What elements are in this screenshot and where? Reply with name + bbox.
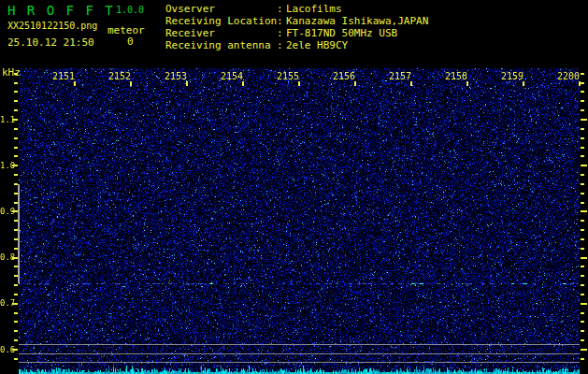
time-tick-label: 2153 bbox=[161, 71, 187, 81]
right-minor-tick bbox=[581, 183, 584, 185]
info-separator: : bbox=[277, 15, 286, 27]
right-minor-tick bbox=[581, 284, 584, 286]
right-major-tick bbox=[581, 210, 587, 212]
info-label: Receiver bbox=[165, 27, 277, 39]
right-major-tick bbox=[581, 119, 587, 121]
right-minor-tick bbox=[581, 248, 584, 250]
right-minor-tick bbox=[581, 339, 584, 341]
right-minor-tick bbox=[581, 82, 584, 84]
info-value: Kanazawa Ishikawa,JAPAN bbox=[286, 15, 428, 27]
freq-minor-tick bbox=[14, 147, 18, 149]
time-tick bbox=[579, 81, 581, 86]
time-tick bbox=[242, 81, 244, 86]
freq-minor-tick bbox=[14, 321, 18, 323]
right-minor-tick bbox=[581, 202, 584, 204]
app-version: 1.0.0 bbox=[116, 5, 144, 15]
time-tick-label: 2152 bbox=[105, 71, 131, 81]
freq-tick-label: 0.7 bbox=[0, 298, 12, 308]
time-tick bbox=[74, 81, 76, 86]
time-tick-label: 2200 bbox=[553, 71, 580, 81]
info-row: Receiver:FT-817ND 50MHz USB bbox=[165, 27, 428, 39]
freq-tick-label: 0.9 bbox=[0, 207, 12, 216]
right-minor-tick bbox=[581, 220, 584, 222]
right-minor-tick bbox=[581, 91, 584, 93]
freq-minor-tick bbox=[14, 100, 18, 102]
time-tick bbox=[523, 81, 524, 86]
info-row: Receiving antenna:2ele HB9CY bbox=[165, 39, 428, 51]
right-minor-tick bbox=[581, 275, 584, 277]
time-tick-label: 2157 bbox=[385, 71, 411, 81]
timestamp: 25.10.12 21:50 bbox=[7, 36, 94, 49]
spectrogram-plot bbox=[19, 68, 580, 374]
right-minor-tick bbox=[581, 109, 584, 111]
hrofft-window: H R O F F T 1.0.0 XX2510122150.png meteo… bbox=[0, 0, 588, 374]
right-minor-tick bbox=[581, 147, 584, 149]
info-value: 2ele HB9CY bbox=[286, 39, 348, 51]
freq-minor-tick bbox=[14, 155, 18, 157]
freq-minor-tick bbox=[14, 358, 18, 360]
freq-major-tick bbox=[12, 119, 18, 121]
right-minor-tick bbox=[581, 358, 584, 360]
right-minor-tick bbox=[581, 100, 584, 102]
carrier-line-1 bbox=[19, 344, 580, 345]
time-tick-label: 2158 bbox=[441, 71, 467, 81]
right-minor-tick bbox=[581, 128, 584, 130]
right-minor-tick bbox=[581, 238, 584, 240]
freq-minor-tick bbox=[14, 91, 18, 93]
freq-tick-label: 0.6 bbox=[0, 345, 12, 354]
output-filename: XX2510122150.png bbox=[7, 21, 97, 31]
meteor-count-value: 0 bbox=[127, 36, 134, 48]
right-minor-tick bbox=[581, 229, 584, 231]
time-tick bbox=[298, 81, 300, 86]
right-minor-tick bbox=[581, 266, 584, 267]
freq-minor-tick bbox=[14, 294, 18, 295]
carrier-line-2 bbox=[19, 353, 580, 354]
right-major-tick bbox=[581, 165, 587, 166]
freq-tick-label: 1.0 bbox=[0, 161, 12, 170]
time-tick bbox=[354, 81, 356, 86]
detection-band-marker bbox=[18, 184, 20, 283]
info-label: Ovserver bbox=[165, 3, 277, 15]
freq-minor-tick bbox=[14, 73, 18, 75]
freq-minor-tick bbox=[14, 339, 18, 341]
right-minor-tick bbox=[581, 312, 584, 314]
info-label: Receiving Location bbox=[165, 15, 277, 27]
info-row: Receiving Location:Kanazawa Ishikawa,JAP… bbox=[165, 15, 428, 27]
freq-minor-tick bbox=[14, 312, 18, 314]
freq-major-tick bbox=[12, 165, 18, 166]
info-value: FT-817ND 50MHz USB bbox=[286, 27, 397, 39]
freq-minor-tick bbox=[14, 174, 18, 176]
freq-minor-tick bbox=[14, 137, 18, 139]
observation-info: Ovserver:LacofilmsReceiving Location:Kan… bbox=[165, 3, 428, 51]
right-minor-tick bbox=[581, 155, 584, 157]
freq-minor-tick bbox=[14, 82, 18, 84]
freq-minor-tick bbox=[14, 284, 18, 286]
right-minor-tick bbox=[581, 174, 584, 176]
freq-minor-tick bbox=[14, 128, 18, 130]
right-minor-tick bbox=[581, 73, 584, 75]
time-tick bbox=[466, 81, 468, 86]
right-minor-tick bbox=[581, 294, 584, 295]
time-tick-label: 2151 bbox=[49, 71, 75, 81]
time-tick-label: 2154 bbox=[217, 71, 243, 81]
freq-minor-tick bbox=[14, 330, 18, 332]
right-major-tick bbox=[581, 257, 587, 259]
right-minor-tick bbox=[581, 193, 584, 194]
freq-major-tick bbox=[12, 303, 18, 305]
info-value: Lacofilms bbox=[286, 3, 342, 15]
time-tick-label: 2159 bbox=[497, 71, 523, 81]
right-minor-tick bbox=[581, 137, 584, 139]
right-major-tick bbox=[581, 303, 587, 305]
info-label: Receiving antenna bbox=[165, 39, 277, 51]
info-separator: : bbox=[277, 39, 286, 51]
spectrogram-canvas bbox=[19, 68, 580, 374]
time-tick bbox=[186, 81, 188, 86]
right-minor-tick bbox=[581, 330, 584, 332]
time-tick bbox=[130, 81, 132, 86]
app-title: H R O F F T bbox=[7, 3, 115, 18]
time-tick bbox=[410, 81, 412, 86]
info-row: Ovserver:Lacofilms bbox=[165, 3, 428, 15]
carrier-line-3 bbox=[19, 362, 580, 363]
right-major-tick bbox=[581, 349, 587, 351]
info-separator: : bbox=[277, 27, 286, 39]
